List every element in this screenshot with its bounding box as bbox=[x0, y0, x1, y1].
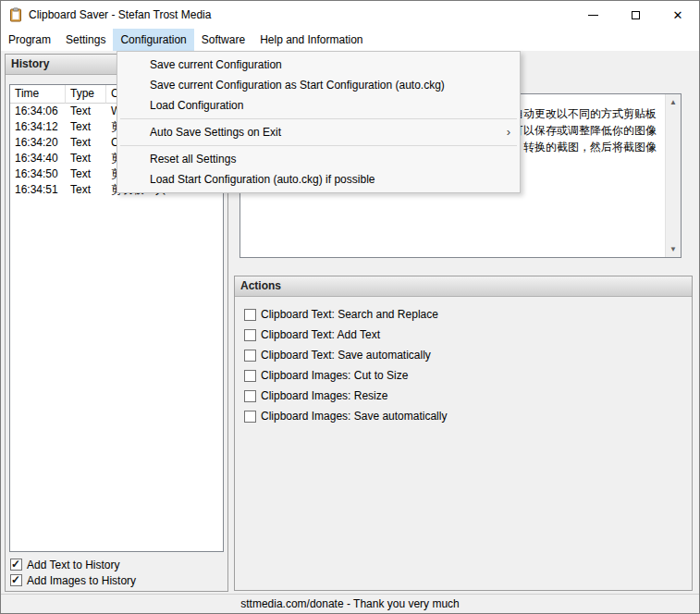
menu-help[interactable]: Help and Information bbox=[252, 29, 370, 51]
window-title: Clipboard Saver - Stefan Trost Media bbox=[29, 8, 211, 21]
cell-type: Text bbox=[66, 151, 106, 166]
cell-time: 16:34:20 bbox=[10, 135, 66, 151]
close-button[interactable]: ✕ bbox=[657, 1, 699, 29]
menu-item-label: Auto Save Settings on Exit bbox=[150, 126, 281, 139]
add-text-to-history-label: Add Text to History bbox=[27, 559, 120, 571]
add-text-to-history-checkbox[interactable] bbox=[10, 559, 22, 571]
menu-item-load-start-configuration[interactable]: Load Start Configuration (auto.ckg) if p… bbox=[118, 169, 519, 190]
menu-configuration[interactable]: Configuration bbox=[113, 29, 193, 51]
maximize-button[interactable] bbox=[614, 1, 657, 29]
actions-panel: Actions Clipboard Text: Search and Repla… bbox=[234, 276, 693, 591]
close-icon: ✕ bbox=[673, 9, 683, 21]
history-options: Add Text to History Add Images to Histor… bbox=[10, 557, 136, 588]
cell-type: Text bbox=[66, 135, 106, 151]
cell-time: 16:34:50 bbox=[10, 166, 66, 182]
menu-item-auto-save-on-exit[interactable]: Auto Save Settings on Exit › bbox=[118, 122, 519, 142]
action-images-resize[interactable]: Clipboard Images: Resize bbox=[244, 386, 682, 406]
menu-item-save-configuration[interactable]: Save current Configuration bbox=[118, 55, 519, 75]
action-checkbox[interactable] bbox=[244, 411, 256, 423]
actions-list: Clipboard Text: Search and Replace Clipb… bbox=[235, 297, 692, 434]
cell-time: 16:34:40 bbox=[10, 151, 66, 166]
scroll-up-icon[interactable]: ▲ bbox=[669, 94, 677, 110]
action-images-cut[interactable]: Clipboard Images: Cut to Size bbox=[244, 365, 682, 386]
action-label: Clipboard Images: Cut to Size bbox=[261, 369, 408, 382]
column-header-time[interactable]: Time bbox=[10, 85, 66, 104]
cell-type: Text bbox=[66, 104, 106, 119]
action-checkbox[interactable] bbox=[244, 370, 256, 382]
cell-type: Text bbox=[66, 119, 106, 135]
add-images-to-history-option[interactable]: Add Images to History bbox=[10, 572, 136, 588]
action-label: Clipboard Text: Add Text bbox=[261, 328, 380, 341]
menu-program[interactable]: Program bbox=[1, 29, 58, 51]
column-header-type[interactable]: Type bbox=[66, 85, 106, 104]
action-label: Clipboard Images: Resize bbox=[261, 389, 387, 402]
cell-time: 16:34:12 bbox=[10, 119, 66, 135]
clipboard-app-icon bbox=[8, 7, 23, 22]
maximize-icon bbox=[632, 11, 640, 19]
cell-time: 16:34:06 bbox=[10, 104, 66, 119]
action-images-save-auto[interactable]: Clipboard Images: Save automatically bbox=[244, 406, 682, 426]
minimize-icon bbox=[588, 15, 598, 16]
menu-settings[interactable]: Settings bbox=[58, 29, 113, 51]
info-scrollbar[interactable]: ▲ ▼ bbox=[665, 94, 681, 257]
action-add-text[interactable]: Clipboard Text: Add Text bbox=[244, 325, 682, 345]
add-text-to-history-option[interactable]: Add Text to History bbox=[10, 557, 136, 572]
action-label: Clipboard Text: Save automatically bbox=[261, 349, 431, 362]
menu-software[interactable]: Software bbox=[194, 29, 252, 51]
menu-separator bbox=[120, 145, 517, 146]
menu-bar: Program Settings Configuration Software … bbox=[1, 29, 699, 51]
cell-type: Text bbox=[66, 166, 106, 182]
cell-type: Text bbox=[66, 182, 106, 198]
action-checkbox[interactable] bbox=[244, 329, 256, 341]
menu-item-reset-all-settings[interactable]: Reset all Settings bbox=[118, 149, 519, 169]
scroll-down-icon[interactable]: ▼ bbox=[669, 241, 677, 257]
status-bar: sttmedia.com/donate - Thank you very muc… bbox=[1, 594, 699, 613]
minimize-button[interactable] bbox=[571, 1, 614, 29]
title-bar: Clipboard Saver - Stefan Trost Media ✕ bbox=[1, 1, 699, 29]
menu-item-save-as-start-configuration[interactable]: Save current Configuration as Start Conf… bbox=[118, 75, 519, 95]
actions-panel-title: Actions bbox=[235, 276, 692, 297]
action-search-replace[interactable]: Clipboard Text: Search and Replace bbox=[244, 304, 682, 325]
configuration-dropdown-menu: Save current Configuration Save current … bbox=[117, 51, 521, 193]
cell-time: 16:34:51 bbox=[10, 182, 66, 198]
action-checkbox[interactable] bbox=[244, 390, 256, 402]
action-label: Clipboard Text: Search and Replace bbox=[261, 308, 438, 321]
clipboard-saver-window: { "window": { "title": "Clipboard Saver … bbox=[0, 0, 700, 614]
add-images-to-history-label: Add Images to History bbox=[27, 574, 136, 587]
add-images-to-history-checkbox[interactable] bbox=[10, 574, 22, 586]
submenu-arrow-icon: › bbox=[507, 122, 510, 142]
action-label: Clipboard Images: Save automatically bbox=[261, 410, 447, 423]
status-text[interactable]: sttmedia.com/donate - Thank you very muc… bbox=[240, 597, 460, 610]
menu-item-load-configuration[interactable]: Load Configuration bbox=[118, 95, 519, 116]
action-checkbox[interactable] bbox=[244, 350, 256, 362]
action-checkbox[interactable] bbox=[244, 309, 256, 321]
menu-separator bbox=[120, 118, 517, 119]
action-text-save-auto[interactable]: Clipboard Text: Save automatically bbox=[244, 345, 682, 365]
